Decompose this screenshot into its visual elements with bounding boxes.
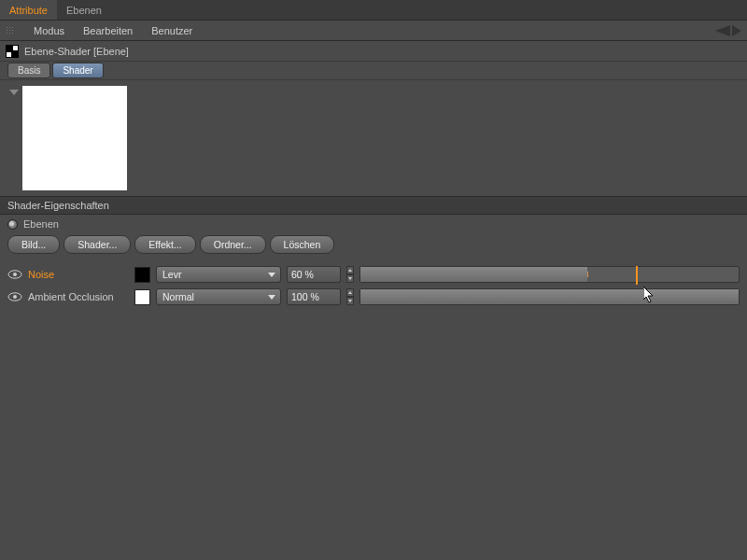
subtab-basis[interactable]: Basis — [7, 63, 50, 78]
opacity-spinner[interactable] — [346, 266, 354, 283]
layer-swatch[interactable] — [134, 289, 150, 305]
svg-marker-1 — [732, 25, 741, 36]
radio-ebenen-label: Ebenen — [23, 218, 59, 230]
layer-name[interactable]: Ambient Occlusion — [28, 291, 129, 302]
svg-point-5 — [13, 295, 17, 299]
disclosure-triangle-icon[interactable] — [9, 90, 19, 95]
opacity-spinner[interactable] — [346, 288, 354, 305]
menu-modus[interactable]: Modus — [24, 22, 74, 39]
layer-swatch[interactable] — [134, 267, 150, 283]
nav-back-icon[interactable] — [710, 25, 730, 36]
btn-ordner[interactable]: Ordner... — [200, 235, 266, 254]
drag-handle[interactable] — [4, 24, 17, 37]
tab-ebenen[interactable]: Ebenen — [57, 0, 111, 20]
menu-benutzer[interactable]: Benutzer — [142, 22, 202, 39]
eye-icon[interactable] — [7, 292, 22, 301]
svg-marker-0 — [715, 25, 730, 36]
blend-mode-dropdown[interactable]: Normal — [156, 288, 281, 305]
btn-loeschen[interactable]: Löschen — [270, 235, 335, 254]
tab-attribute[interactable]: Attribute — [0, 0, 57, 20]
blend-mode-dropdown[interactable]: Levr — [156, 266, 281, 283]
btn-effekt[interactable]: Effekt... — [134, 235, 195, 254]
opacity-slider[interactable] — [359, 266, 740, 283]
eye-icon[interactable] — [7, 270, 22, 279]
layer-shader-icon — [6, 45, 19, 58]
nav-fwd-icon[interactable] — [732, 25, 743, 36]
menu-bearbeiten[interactable]: Bearbeiten — [74, 22, 142, 39]
btn-shader[interactable]: Shader... — [63, 235, 131, 254]
section-shader-props: Shader-Eigenschaften — [0, 196, 747, 215]
opacity-input[interactable]: 100 % — [287, 288, 341, 305]
subtab-shader[interactable]: Shader — [52, 63, 103, 78]
radio-ebenen[interactable] — [7, 219, 18, 230]
opacity-slider[interactable] — [359, 288, 740, 305]
shader-preview[interactable] — [22, 86, 127, 190]
svg-point-3 — [13, 273, 17, 276]
object-name: Ebene-Shader [Ebene] — [24, 46, 129, 57]
opacity-input[interactable]: 60 % — [287, 266, 341, 283]
btn-bild[interactable]: Bild... — [7, 235, 60, 254]
layer-name[interactable]: Noise — [28, 269, 129, 280]
